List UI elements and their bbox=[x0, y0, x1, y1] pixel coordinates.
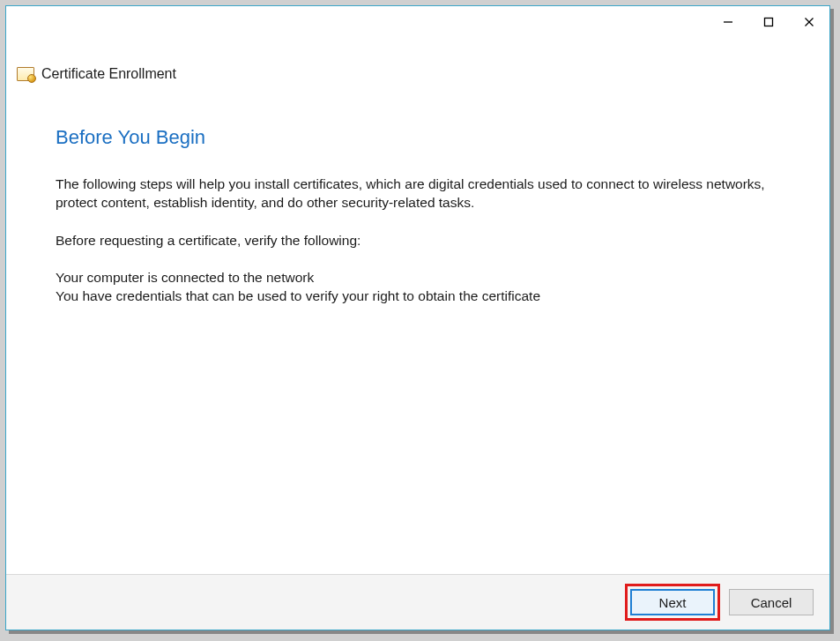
minimize-icon bbox=[723, 17, 733, 27]
prereq-item-network: Your computer is connected to the networ… bbox=[56, 269, 782, 287]
close-icon bbox=[804, 17, 814, 27]
titlebar bbox=[6, 6, 829, 45]
prereq-item-credentials: You have credentials that can be used to… bbox=[56, 287, 782, 306]
certificate-icon bbox=[17, 67, 34, 81]
svg-rect-1 bbox=[765, 19, 773, 26]
wizard-title: Certificate Enrollment bbox=[41, 66, 176, 82]
next-button-highlight: Next bbox=[625, 584, 720, 621]
maximize-icon bbox=[763, 17, 774, 27]
wizard-header: Certificate Enrollment bbox=[6, 66, 829, 82]
close-button[interactable] bbox=[789, 8, 829, 36]
wizard-window: Certificate Enrollment Before You Begin … bbox=[5, 5, 830, 630]
wizard-footer: Next Cancel bbox=[6, 574, 829, 630]
minimize-button[interactable] bbox=[708, 8, 748, 36]
maximize-button[interactable] bbox=[748, 8, 789, 36]
page-heading: Before You Begin bbox=[56, 124, 782, 151]
cancel-button[interactable]: Cancel bbox=[729, 589, 814, 615]
verify-prompt: Before requesting a certificate, verify … bbox=[56, 232, 782, 250]
intro-text: The following steps will help you instal… bbox=[56, 175, 782, 212]
wizard-content: Before You Begin The following steps wil… bbox=[6, 82, 829, 574]
window-controls bbox=[708, 6, 829, 36]
prereq-list: Your computer is connected to the networ… bbox=[56, 269, 782, 306]
next-button[interactable]: Next bbox=[630, 589, 715, 615]
